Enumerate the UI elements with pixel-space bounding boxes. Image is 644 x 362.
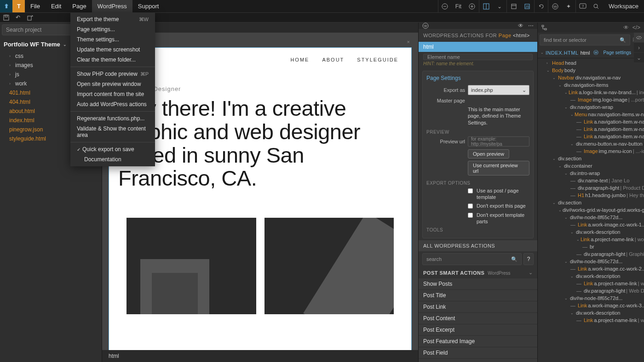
dd-theme-settings[interactable]: Theme settings... [70, 34, 155, 45]
dd-page-settings[interactable]: Page settings... [70, 24, 155, 34]
theme-icon[interactable]: T [12, 0, 25, 12]
export-icon[interactable] [24, 12, 36, 23]
wordpress-icon[interactable]: W [548, 0, 562, 12]
dom-tree-row[interactable]: ⌄div.work-description [538, 228, 644, 236]
dd-quick-export[interactable]: ✓Quick export on save [70, 144, 155, 154]
dd-validate[interactable]: Validate & Show the content area [70, 124, 155, 140]
canvas-close-icon[interactable]: × [407, 39, 410, 45]
dd-auto-add[interactable]: Auto add WordPress actions [70, 99, 155, 109]
wp-action-item[interactable]: Post Content [419, 313, 537, 324]
work-tile-1[interactable] [126, 218, 256, 314]
chevron-down-icon[interactable]: ⌄ [493, 0, 506, 12]
pinegrow-icon[interactable] [0, 0, 12, 12]
use-current-button[interactable]: Use current preview url [468, 161, 529, 175]
dd-export-theme[interactable]: Export the theme⌘W [70, 14, 155, 24]
dom-tree-row[interactable]: ⌄Link a.logo-link.w-nav-brand... | inde [538, 89, 644, 96]
search-icon[interactable] [589, 0, 603, 12]
help-icon[interactable]: ? [523, 253, 534, 265]
dom-tree-row[interactable]: —Link a.navigation-item.w-nav-li [538, 125, 644, 133]
wp-action-item[interactable]: Post Field [419, 347, 537, 359]
dom-tree-row[interactable]: —Image img.logo-image | ...portfoli [538, 96, 644, 103]
dom-tree-row[interactable]: —div.paragraph-light | Product Des [538, 184, 644, 192]
dom-tree-row[interactable]: ⌄div.section [538, 155, 644, 162]
wp-action-item[interactable]: Post Tags & Categories [419, 359, 537, 362]
side-tab-down[interactable]: ⌄ [634, 53, 644, 63]
dd-update-screenshot[interactable]: Update theme screenshot [70, 45, 155, 55]
wp-action-item[interactable]: Post Excerpt [419, 324, 537, 336]
dom-tree-row[interactable]: —Link a.work-image.cc-work-1... | v [538, 221, 644, 228]
chk-post-template[interactable] [468, 188, 473, 193]
dom-tree-row[interactable]: —H1 h1.heading-jumbo | Hey there [538, 192, 644, 199]
dom-tree-row[interactable]: ⌄div.navigation-items [538, 81, 644, 89]
dom-tree-row[interactable]: ⌄div.menu-button.w-nav-button [538, 140, 644, 147]
sparkle-icon[interactable]: ✦ [562, 0, 575, 12]
dd-documentation[interactable]: Documentation [70, 154, 155, 164]
eye-icon[interactable]: 👁 [518, 23, 523, 29]
dom-tree-row[interactable]: —div.paragraph-light | Web Desi [538, 287, 644, 294]
dom-tree-row[interactable]: ⌄Menu nav.navigation-items.w-nav [538, 111, 644, 118]
wp-search-input[interactable]: search🔍 [422, 253, 522, 265]
preview-url-input[interactable]: for example: http://mysite/pa [468, 136, 529, 147]
dom-tree-row[interactable]: ⌄Body body [538, 67, 644, 74]
chk-dont-export-page[interactable] [468, 204, 473, 209]
menu-support[interactable]: Support [132, 0, 165, 12]
breadcrumb[interactable]: html [102, 350, 418, 362]
dom-tree-row[interactable]: ›Head head [538, 59, 644, 67]
dom-tree-row[interactable]: ⌄div#w-node-8f65c72d... [538, 294, 644, 302]
more-icon[interactable]: ⋯ [528, 23, 534, 29]
js-icon[interactable]: JS [520, 0, 534, 12]
dom-search-input[interactable]: find text or selector🔍 [540, 34, 630, 45]
dom-tree-row[interactable]: —Link a.work-image.cc-work-3... | v [538, 302, 644, 309]
dom-tree-row[interactable]: ⌄div.container [538, 162, 644, 170]
dom-tree-row[interactable]: ⌄div.intro-wrap [538, 170, 644, 177]
dom-tree-row[interactable]: —Image img.menu-icon | ...-icon [538, 147, 644, 155]
visual-helper-icon[interactable] [506, 0, 520, 12]
zoom-in-icon[interactable] [465, 0, 479, 12]
dd-import-content[interactable]: Import content from the site [70, 89, 155, 99]
dd-open-preview[interactable]: Open site preview window [70, 79, 155, 89]
dom-tree-row[interactable]: ⌄div.work-description [538, 272, 644, 280]
code-icon[interactable]: </> [632, 24, 640, 31]
dom-tree-row[interactable]: ⌄div.work-description [538, 309, 644, 317]
dd-clear-folder[interactable]: Clear the theme folder... [70, 55, 155, 65]
help-icon[interactable]: ? [575, 0, 589, 12]
wp-action-item[interactable]: Post Title [419, 290, 537, 301]
menu-edit[interactable]: Edit [46, 0, 67, 12]
menu-file[interactable]: File [25, 0, 46, 12]
dom-tree-row[interactable]: ⌄div#works-grid.w-layout-grid.works-gri [538, 206, 644, 214]
dom-tree-row[interactable]: —Link a.navigation-item.w-nav-li [538, 133, 644, 140]
dom-tree-row[interactable]: ⌄Link a.project-name-link | wor [538, 236, 644, 243]
dom-tree-row[interactable]: —Link a.navigation-item.w-nav-li [538, 118, 644, 125]
dom-tree-row[interactable]: —Link a.work-image.cc-work-2... | v [538, 265, 644, 272]
menu-wordpress[interactable]: WordPress [92, 0, 132, 12]
workspace-label[interactable]: Workspace [603, 3, 644, 10]
nav-styleguide[interactable]: STYLEGUIDE [357, 57, 398, 62]
nav-home[interactable]: HOME [290, 57, 309, 62]
zoom-fit[interactable]: Fit [452, 3, 465, 10]
eye-icon[interactable]: 👁 [623, 24, 629, 31]
export-as-select[interactable]: index.php⌄ [468, 85, 529, 95]
zoom-out-icon[interactable] [438, 0, 452, 12]
dom-tree-row[interactable]: ⌄div#w-node-8f65c72d... [538, 214, 644, 221]
save-icon[interactable] [0, 12, 12, 23]
refresh-icon[interactable] [534, 0, 548, 12]
undo-icon[interactable]: ↶ [12, 12, 24, 23]
menu-page[interactable]: Page [67, 0, 92, 12]
element-name-input[interactable]: Element name [423, 54, 533, 60]
side-tab-hidden[interactable] [634, 33, 644, 43]
wp-action-item[interactable]: Show Posts [419, 278, 537, 290]
dom-tree-row[interactable]: ⌄Navbar div.navigation.w-nav [538, 74, 644, 81]
work-tile-2[interactable] [264, 218, 394, 314]
dd-show-php[interactable]: Show PHP code preview⌘P [70, 69, 155, 79]
dom-tree-row[interactable]: —div.name-text | Jane Lo [538, 177, 644, 184]
dom-tree-row[interactable]: ⌄div.navigation-wrap [538, 103, 644, 111]
dd-regenerate[interactable]: Regenerate functions.php... [70, 113, 155, 124]
dom-tree-row[interactable]: ⌄div.section [538, 199, 644, 206]
layout-icon[interactable] [479, 0, 493, 12]
wp-action-item[interactable]: Post Link [419, 301, 537, 313]
side-tab-next[interactable]: › [634, 43, 644, 53]
chk-dont-export-parts[interactable] [468, 213, 473, 218]
nav-about[interactable]: ABOUT [322, 57, 344, 62]
dom-tree-row[interactable]: —Link a.project-name-link | wor [538, 280, 644, 287]
dom-tree-row[interactable]: —br [538, 243, 644, 250]
